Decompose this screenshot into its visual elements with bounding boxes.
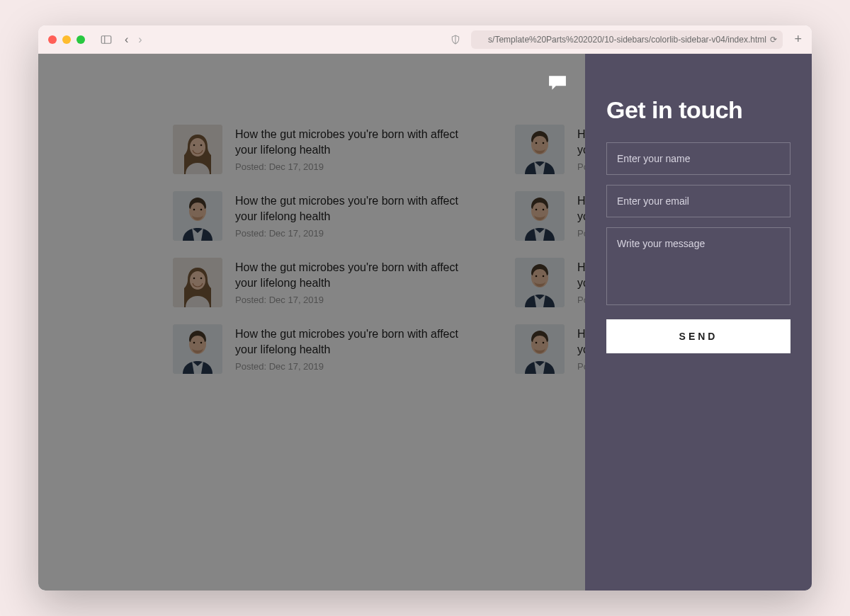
browser-window: ‹ › s/Template%20Parts%202020/10-sidebar… (38, 25, 812, 591)
chat-icon (548, 75, 567, 91)
close-window-button[interactable] (48, 35, 57, 44)
send-button[interactable]: SEND (606, 319, 790, 353)
address-bar[interactable]: s/Template%20Parts%202020/10-sidebars/co… (471, 30, 783, 49)
email-input[interactable] (606, 185, 790, 217)
minimize-window-button[interactable] (62, 35, 71, 44)
svg-rect-0 (101, 35, 111, 43)
message-input[interactable] (606, 227, 790, 305)
forward-button[interactable]: › (138, 33, 142, 46)
url-text: s/Template%20Parts%202020/10-sidebars/co… (488, 35, 766, 45)
sidebar-toggle-icon[interactable] (98, 31, 115, 48)
sidebar-title: Get in touch (606, 96, 790, 124)
name-input[interactable] (606, 142, 790, 175)
window-controls (48, 35, 85, 44)
contact-sidebar: Get in touch SEND (585, 54, 812, 591)
maximize-window-button[interactable] (76, 35, 85, 44)
back-button[interactable]: ‹ (125, 33, 128, 46)
chat-toggle-button[interactable] (548, 75, 567, 91)
nav-buttons: ‹ › (125, 33, 142, 46)
titlebar: ‹ › s/Template%20Parts%202020/10-sidebar… (38, 25, 812, 54)
shield-icon[interactable] (447, 31, 464, 48)
address-wrap: s/Template%20Parts%202020/10-sidebars/co… (447, 30, 802, 49)
reload-icon[interactable]: ⟳ (770, 35, 777, 45)
viewport: How the gut microbes you're born with af… (38, 54, 812, 591)
new-tab-button[interactable]: + (794, 32, 802, 47)
